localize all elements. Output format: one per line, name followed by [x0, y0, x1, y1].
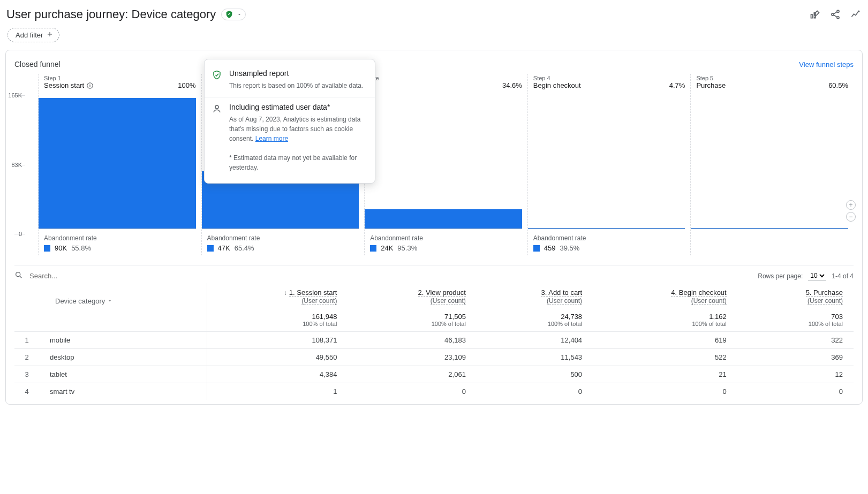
svg-point-10 [16, 272, 20, 277]
svg-rect-0 [811, 14, 813, 18]
step-name: Session start [44, 81, 94, 89]
row-index: 2 [14, 349, 47, 366]
cell-value: 0 [737, 383, 854, 400]
row-dimension: mobile [47, 332, 207, 349]
abandonment-pct: 55.8% [71, 244, 91, 252]
customize-report-icon[interactable] [809, 9, 821, 20]
totals-row: 161,948100% of total71,505100% of total2… [14, 308, 854, 332]
insights-icon[interactable] [850, 9, 862, 20]
cell-value: 522 [593, 349, 737, 366]
funnel-bar [39, 98, 196, 229]
abandonment-value: 24K [381, 244, 393, 252]
row-dimension: tablet [47, 366, 207, 383]
popover-title-1: Unsampled report [229, 69, 365, 78]
step-name: Purchase [696, 81, 726, 89]
sort-desc-icon: ↓ [284, 289, 287, 297]
step-number: Step 1 [44, 75, 94, 81]
chevron-down-icon [107, 297, 112, 305]
abandonment-value: 459 [544, 244, 556, 252]
cell-value: 1 [207, 383, 348, 400]
dimension-header[interactable]: Device category [14, 283, 207, 308]
abandonment-value: 90K [55, 244, 67, 252]
row-index: 1 [14, 332, 47, 349]
cell-value: 500 [477, 366, 593, 383]
cell-value: 4,384 [207, 366, 348, 383]
col-header-5[interactable]: 5. Purchase(User count) [737, 283, 854, 308]
funnel-step: Step 5Purchase 60.5% [690, 74, 854, 255]
cell-value: 12 [737, 366, 854, 383]
search-input[interactable] [28, 271, 146, 280]
data-table: Device category ↓1. Session start(User c… [14, 283, 854, 400]
row-index: 3 [14, 366, 47, 383]
rows-per-page-label: Rows per page: [758, 272, 803, 280]
page-title: User purchase journey: Device category [6, 7, 216, 21]
popover-body-2: As of Aug 7, 2023, Analytics is estimati… [229, 115, 365, 172]
search-icon [14, 271, 23, 281]
table-row[interactable]: 3tablet4,3842,0615002112 [14, 366, 854, 383]
table-row[interactable]: 1mobile108,37146,18312,404619322 [14, 332, 854, 349]
step-pct: 4.7% [669, 81, 685, 89]
funnel-step: Step 4Begin checkout 4.7%Abandonment rat… [527, 74, 691, 255]
svg-rect-7 [90, 85, 90, 87]
svg-point-9 [215, 105, 218, 109]
zoom-out-icon[interactable]: − [846, 212, 856, 222]
col-header-1[interactable]: ↓1. Session start(User count) [207, 283, 348, 308]
col-header-3[interactable]: 3. Add to cart(User count) [477, 283, 593, 308]
y-axis: 165K 83K 0 [14, 95, 37, 234]
rows-per-page-select[interactable]: 10 [808, 271, 826, 280]
abandonment-label: Abandonment rate [207, 234, 359, 242]
col-header-2[interactable]: 2. View product(User count) [348, 283, 476, 308]
col-header-4[interactable]: 4. Begin checkout(User count) [593, 283, 737, 308]
card-title: Closed funnel [14, 60, 61, 69]
row-index: 4 [14, 383, 47, 400]
cell-value: 2,061 [348, 366, 476, 383]
cell-value: 619 [593, 332, 737, 349]
cell-value: 0 [348, 383, 476, 400]
view-funnel-steps-link[interactable]: View funnel steps [799, 60, 854, 69]
table-row[interactable]: 4smart tv10000 [14, 383, 854, 400]
cell-value: 0 [593, 383, 737, 400]
pagination-range: 1-4 of 4 [832, 272, 854, 280]
plus-icon [46, 31, 54, 40]
funnel-bar [365, 209, 522, 229]
cell-value: 12,404 [477, 332, 593, 349]
report-status-chip[interactable] [221, 9, 246, 20]
abandonment-pct: 39.5% [560, 244, 580, 252]
legend-swatch [44, 245, 50, 252]
popover-title-2: Including estimated user data* [229, 103, 365, 111]
chevron-down-icon [237, 12, 242, 17]
cell-value: 49,550 [207, 349, 348, 366]
cell-value: 46,183 [348, 332, 476, 349]
step-pct: 60.5% [828, 81, 848, 89]
cell-value: 11,543 [477, 349, 593, 366]
cell-value: 369 [737, 349, 854, 366]
check-shield-icon [225, 10, 233, 19]
add-filter-button[interactable]: Add filter [7, 28, 59, 42]
abandonment-value: 47K [218, 244, 230, 252]
cell-value: 23,109 [348, 349, 476, 366]
check-shield-icon [212, 70, 222, 81]
svg-point-5 [858, 11, 859, 12]
share-icon[interactable] [829, 9, 841, 20]
funnel-step: Ste 34.6%Abandonment rate24K95.3% [364, 74, 527, 255]
legend-swatch [207, 245, 214, 252]
row-dimension: smart tv [47, 383, 207, 400]
learn-more-link[interactable]: Learn more [255, 135, 288, 142]
abandonment-label: Abandonment rate [44, 234, 196, 242]
funnel-card: Closed funnel View funnel steps 165K 83K… [5, 50, 863, 405]
zoom-in-icon[interactable]: + [846, 200, 856, 210]
legend-swatch [533, 245, 540, 252]
svg-rect-8 [90, 83, 90, 84]
info-icon [86, 82, 94, 89]
step-number: Step 4 [533, 75, 581, 81]
cell-value: 108,371 [207, 332, 348, 349]
cell-value: 21 [593, 366, 737, 383]
abandonment-label: Abandonment rate [370, 234, 522, 242]
funnel-step: Step 1Session start 100%Abandonment rate… [38, 74, 201, 255]
abandonment-label: Abandonment rate [533, 234, 685, 242]
popover-body-1: This report is based on 100% of availabl… [229, 81, 365, 90]
user-estimate-icon [212, 104, 222, 115]
add-filter-label: Add filter [16, 31, 43, 39]
abandonment-pct: 95.3% [397, 244, 417, 252]
table-row[interactable]: 2desktop49,55023,10911,543522369 [14, 349, 854, 366]
